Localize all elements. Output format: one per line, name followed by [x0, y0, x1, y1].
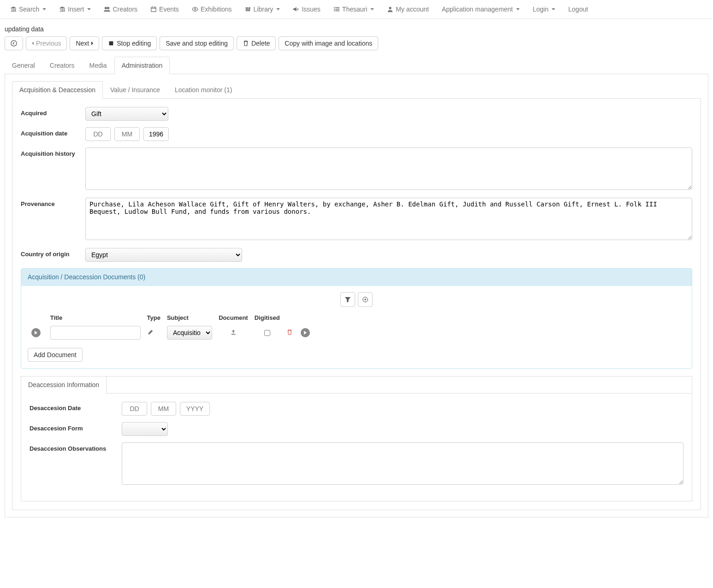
deaccession-panel: Deaccession Information Desaccesion Date — [21, 376, 692, 501]
nav-logout[interactable]: Logout — [563, 3, 594, 16]
svg-rect-14 — [334, 11, 335, 12]
digitised-checkbox[interactable] — [264, 330, 270, 336]
sub-tabs: Acquisition & Deaccession Value / Insura… — [12, 81, 701, 99]
acq-date-dd[interactable] — [85, 127, 111, 141]
svg-rect-8 — [247, 7, 249, 12]
nav-issues[interactable]: Issues — [287, 3, 326, 16]
deacc-date-dd[interactable] — [122, 402, 147, 416]
tab-deaccession-info[interactable]: Deaccession Information — [21, 376, 107, 394]
nav-logout-label: Logout — [568, 6, 588, 13]
nav-creators[interactable]: Creators — [98, 3, 143, 16]
svg-point-19 — [364, 299, 366, 300]
acq-history-label: Acquisition history — [21, 147, 85, 157]
next-label: Next — [76, 40, 89, 47]
main-tabs: General Creators Media Administration — [5, 57, 708, 74]
eye-icon — [192, 6, 198, 12]
nav-exhibitions[interactable]: Exhibitions — [186, 3, 238, 16]
arrow-left-circle-icon — [11, 40, 17, 47]
acquired-select[interactable]: Gift — [85, 107, 168, 121]
nav-insert[interactable]: Insert — [53, 3, 96, 16]
user-icon — [387, 6, 393, 12]
stop-editing-button[interactable]: Stop editing — [102, 36, 157, 50]
svg-rect-9 — [249, 7, 250, 11]
trash-icon — [243, 40, 249, 47]
svg-point-6 — [194, 8, 196, 10]
delete-label: Delete — [251, 40, 270, 47]
chevron-down-icon — [552, 8, 555, 10]
tab-general[interactable]: General — [5, 57, 42, 74]
acq-date-label: Acquisition date — [21, 127, 85, 137]
delete-button[interactable]: Delete — [237, 36, 276, 50]
edit-icon[interactable] — [147, 329, 154, 335]
back-button[interactable] — [5, 36, 23, 50]
nav-login[interactable]: Login — [527, 3, 561, 16]
nav-app-management-label: Application management — [442, 6, 513, 13]
svg-point-1 — [107, 7, 109, 9]
provenance-textarea[interactable]: Purchase, Lila Acheson Wallace Gift, Gif… — [85, 198, 692, 240]
nav-my-account[interactable]: My account — [381, 3, 434, 16]
add-document-button[interactable]: Add Document — [28, 348, 83, 362]
nav-exhibitions-label: Exhibitions — [201, 6, 232, 13]
acquired-label: Acquired — [21, 107, 85, 117]
documents-header: Acquisition / Deaccession Documents (0) — [21, 269, 692, 286]
nav-events-label: Events — [159, 6, 179, 13]
col-type: Type — [144, 312, 163, 323]
chevron-down-icon — [42, 8, 46, 10]
calendar-icon — [150, 6, 157, 12]
bank-icon — [59, 6, 65, 12]
col-title: Title — [48, 312, 143, 323]
bank-icon — [10, 6, 17, 12]
stop-icon — [108, 40, 114, 47]
top-nav: Search Insert Creators Events Exhibition… — [0, 0, 713, 19]
tab-value-insurance[interactable]: Value / Insurance — [103, 81, 167, 99]
nav-my-account-label: My account — [396, 6, 429, 13]
users-icon — [104, 6, 110, 12]
nav-thesauri-label: Thesauri — [342, 6, 367, 13]
doc-subject-select[interactable]: Acquisition — [167, 326, 212, 340]
upload-icon[interactable] — [230, 329, 237, 335]
deacc-date-mm[interactable] — [151, 402, 176, 416]
country-label: Country of origin — [21, 248, 85, 258]
nav-login-label: Login — [533, 6, 548, 13]
list-icon — [333, 6, 340, 12]
deacc-date-yyyy[interactable] — [180, 402, 210, 416]
trash-icon[interactable] — [286, 329, 293, 335]
gear-icon — [362, 296, 368, 303]
row-expand-button[interactable] — [31, 328, 41, 337]
acq-history-textarea[interactable] — [85, 147, 692, 190]
tab-acq-deacc[interactable]: Acquisition & Deaccession — [12, 81, 103, 99]
country-select[interactable]: Egypt — [85, 248, 242, 262]
row-go-button[interactable] — [301, 328, 310, 337]
nav-events[interactable]: Events — [145, 3, 184, 16]
nav-library[interactable]: Library — [239, 3, 286, 16]
acq-date-yyyy[interactable] — [143, 127, 169, 141]
nav-app-management[interactable]: Application management — [436, 3, 525, 16]
col-subject: Subject — [164, 312, 215, 323]
copy-button[interactable]: Copy with image and locations — [279, 36, 378, 50]
nav-thesauri[interactable]: Thesauri — [328, 3, 380, 16]
settings-button[interactable] — [358, 292, 373, 307]
filter-icon — [345, 296, 351, 303]
nav-search[interactable]: Search — [5, 3, 52, 16]
deacc-form-select[interactable] — [122, 422, 168, 436]
tab-location-monitor[interactable]: Location monitor (1) — [167, 81, 240, 99]
acq-date-mm[interactable] — [114, 127, 140, 141]
previous-label: Previous — [36, 40, 61, 47]
filter-button[interactable] — [340, 292, 355, 307]
deacc-obs-textarea[interactable] — [122, 442, 683, 485]
tab-administration[interactable]: Administration — [114, 57, 170, 74]
nav-issues-label: Issues — [302, 6, 320, 13]
previous-button[interactable]: Previous — [26, 36, 67, 50]
tab-media[interactable]: Media — [82, 57, 114, 74]
svg-rect-12 — [334, 9, 335, 10]
svg-rect-11 — [335, 7, 339, 8]
col-document: Document — [216, 312, 251, 323]
svg-rect-13 — [335, 9, 339, 10]
tab-creators[interactable]: Creators — [42, 57, 82, 74]
svg-rect-2 — [151, 7, 156, 12]
stop-editing-label: Stop editing — [117, 40, 151, 47]
deacc-date-label: Desaccesion Date — [30, 402, 122, 412]
save-stop-button[interactable]: Save and stop editing — [160, 36, 234, 50]
doc-title-input[interactable] — [50, 326, 141, 340]
next-button[interactable]: Next — [70, 36, 99, 50]
